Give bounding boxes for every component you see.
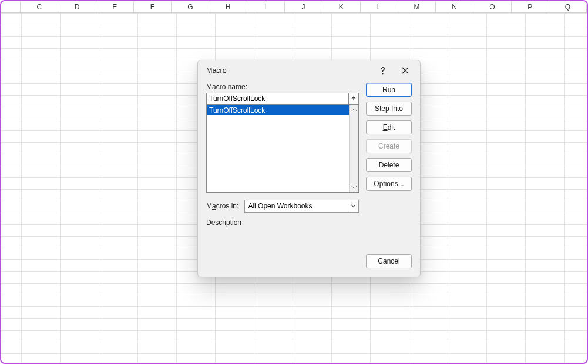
column-header[interactable]: O [473,1,511,12]
macro-name-step-button[interactable] [348,93,359,105]
options-button[interactable]: Options... [366,177,412,191]
help-icon [380,66,386,75]
column-header[interactable]: L [361,1,398,12]
dialog-titlebar: Macro [198,60,420,80]
help-button[interactable] [372,62,394,79]
edit-button[interactable]: Edit [366,120,412,134]
column-header[interactable]: N [436,1,473,12]
list-item[interactable]: TurnOffScrollLock [207,105,349,115]
macro-dialog: Macro Macro name: [197,60,421,277]
column-header[interactable]: J [285,1,322,12]
column-header[interactable]: G [172,1,209,12]
arrow-up-icon [351,96,357,102]
scroll-up-icon[interactable] [350,105,358,114]
description-label: Description [206,218,359,227]
macro-name-label: Macro name: [206,83,359,91]
column-header[interactable]: I [247,1,285,12]
dialog-title: Macro [206,66,372,75]
step-into-button[interactable]: Step Into [366,102,412,116]
close-button[interactable] [394,62,416,79]
macro-name-input[interactable] [206,93,349,105]
cancel-button[interactable]: Cancel [366,254,412,268]
run-button[interactable]: Run [366,83,412,97]
column-header[interactable]: H [209,1,247,12]
delete-button[interactable]: Delete [366,158,412,172]
macros-in-dropdown[interactable]: All Open Workbooks [244,200,359,213]
column-header[interactable]: F [134,1,172,12]
column-header[interactable]: D [58,1,96,12]
macros-in-value: All Open Workbooks [248,202,312,210]
column-header[interactable]: M [398,1,436,12]
column-header[interactable]: P [512,1,549,12]
column-headers: CDEFGHIJKLMNOPQ [1,1,587,13]
column-header[interactable]: Q [549,1,587,12]
column-header[interactable]: K [322,1,360,12]
macros-in-label: Macros in: [206,202,238,210]
create-button: Create [366,139,412,153]
column-header[interactable]: C [21,1,58,12]
scroll-down-icon[interactable] [350,183,358,192]
macro-listbox[interactable]: TurnOffScrollLock [206,105,359,193]
chevron-down-icon [348,200,358,212]
close-icon [402,67,409,74]
column-header[interactable]: E [96,1,134,12]
listbox-scrollbar[interactable] [349,105,358,192]
